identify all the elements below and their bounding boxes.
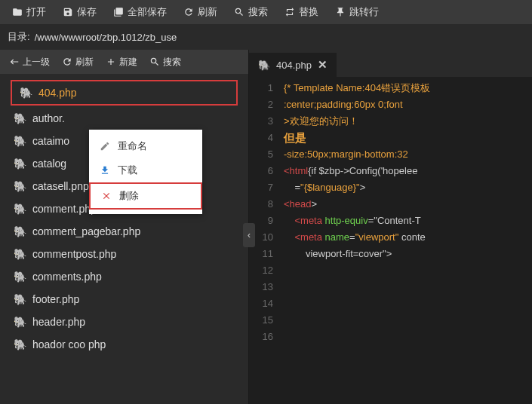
search-icon (149, 57, 160, 67)
php-icon: 🐘 (14, 112, 26, 124)
php-icon: 🐘 (14, 293, 26, 305)
tab-bar: 🐘 404.php ✕ (249, 50, 532, 77)
open-button[interactable]: 打开 (5, 1, 54, 23)
rename-icon (100, 141, 110, 152)
file-item[interactable]: 🐘comment_pagebar.php (6, 220, 242, 243)
php-icon: 🐘 (14, 158, 26, 170)
path-bar: 目录: /www/wwwroot/zbp.1012/zb_use (0, 24, 532, 50)
goto-button[interactable]: 跳转行 (328, 1, 386, 23)
file-name: comment.php (32, 203, 97, 215)
file-name: header.php (32, 316, 85, 328)
replace-icon (284, 7, 295, 17)
folder-open-icon (12, 7, 23, 17)
tab-label: 404.php (276, 60, 312, 71)
file-name: 404.php (38, 87, 77, 99)
php-icon: 🐘 (14, 135, 26, 147)
collapse-sidebar-button[interactable]: ‹ (243, 223, 255, 247)
file-list: 🐘404.php🐘author.🐘cataimo🐘catalog🐘catasel… (0, 74, 248, 404)
file-tab[interactable]: 🐘 404.php ✕ (249, 53, 337, 77)
save-icon (63, 7, 73, 17)
php-icon: 🐘 (14, 338, 26, 350)
file-item[interactable]: 🐘hoador coo php (6, 333, 242, 356)
php-icon: 🐘 (258, 60, 270, 71)
plus-icon (106, 57, 116, 67)
file-item[interactable]: 🐘header.php (6, 311, 242, 333)
file-name: comments.php (32, 271, 102, 283)
file-name: cataimo (32, 135, 69, 147)
save-all-icon (113, 7, 124, 17)
download-icon (100, 165, 110, 176)
file-item[interactable]: 🐘footer.php (6, 288, 242, 311)
search-icon (234, 7, 244, 17)
refresh-icon (62, 57, 72, 67)
close-icon[interactable]: ✕ (318, 58, 328, 72)
refresh-button[interactable]: 刷新 (176, 1, 225, 23)
side-refresh-button[interactable]: 刷新 (56, 53, 100, 72)
file-name: footer.php (32, 293, 79, 305)
code-area[interactable]: 12345678910111213141516 {* Template Name… (249, 77, 532, 404)
file-item[interactable]: 🐘author. (6, 107, 242, 130)
path-value: /www/wwwroot/zbp.1012/zb_use (35, 32, 177, 43)
file-item[interactable]: 🐘commentpost.php (6, 243, 242, 265)
php-icon: 🐘 (14, 248, 26, 260)
close-icon (101, 191, 112, 201)
php-icon: 🐘 (14, 271, 26, 283)
up-button[interactable]: 上一级 (3, 53, 56, 72)
file-name: comment_pagebar.php (32, 225, 140, 237)
search-button[interactable]: 搜索 (226, 1, 275, 23)
file-item[interactable]: 🐘404.php (11, 80, 238, 106)
file-name: catalog (32, 158, 66, 170)
sidebar: 上一级 刷新 新建 搜索 🐘404.php🐘author.🐘cataimo🐘ca… (0, 50, 249, 404)
file-name: commentpost.php (32, 248, 116, 260)
refresh-icon (183, 7, 194, 17)
php-icon: 🐘 (14, 316, 26, 328)
php-icon: 🐘 (14, 180, 26, 192)
path-label: 目录: (8, 30, 30, 44)
php-icon: 🐘 (14, 203, 26, 215)
php-icon: 🐘 (20, 87, 32, 99)
side-search-button[interactable]: 搜索 (143, 53, 187, 72)
download-item[interactable]: 下载 (89, 158, 202, 182)
top-toolbar: 打开 保存 全部保存 刷新 搜索 替换 跳转行 (0, 0, 532, 24)
php-icon: 🐘 (14, 225, 26, 237)
context-menu: 重命名 下载 删除 (89, 130, 202, 214)
rename-item[interactable]: 重命名 (89, 134, 202, 158)
file-name: hoador coo php (32, 338, 106, 350)
replace-button[interactable]: 替换 (277, 1, 326, 23)
delete-item[interactable]: 删除 (89, 182, 202, 210)
file-name: catasell.pnp (32, 180, 89, 192)
file-name: author. (32, 112, 65, 124)
save-all-button[interactable]: 全部保存 (106, 1, 174, 23)
code-lines: {* Template Name:404错误页模板:center;padding… (279, 77, 532, 404)
sidebar-toolbar: 上一级 刷新 新建 搜索 (0, 50, 248, 74)
editor: ‹ 🐘 404.php ✕ 12345678910111213141516 {*… (249, 50, 532, 404)
back-icon (9, 57, 20, 67)
new-button[interactable]: 新建 (100, 53, 143, 72)
file-item[interactable]: 🐘comments.php (6, 265, 242, 288)
pin-icon (335, 7, 346, 17)
save-button[interactable]: 保存 (55, 1, 104, 23)
